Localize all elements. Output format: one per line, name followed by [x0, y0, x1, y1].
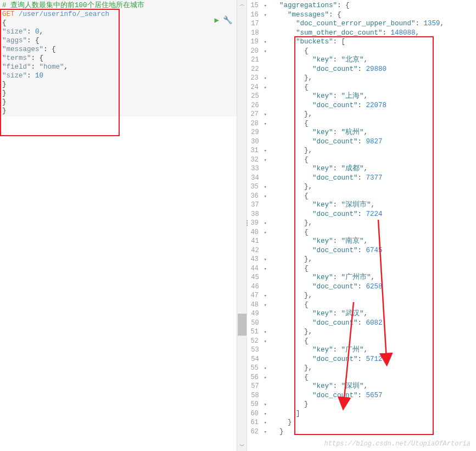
gutter-line: 60 ▾ [247, 409, 267, 419]
gutter-line: 52 ▾ [247, 337, 267, 346]
code-line: { [271, 83, 476, 92]
gutter-line: 18 [247, 29, 267, 38]
code-line: } [0, 98, 247, 107]
gutter-line: 19 ▾ [247, 37, 267, 47]
code-line: } [0, 107, 247, 115]
gutter-line: 38 [247, 210, 267, 219]
code-line: }, [271, 146, 476, 155]
code-line: { [271, 373, 476, 382]
code-line: "doc_count": 7377 [271, 174, 476, 183]
editor-container: # 查询人数最集中的前100个居住地所在城市 GET /user/userinf… [0, 0, 476, 451]
code-line: { [271, 264, 476, 274]
line-gutter: 15 ▾16 ▾17 18 19 ▾20 ▾21 22 23 ▾24 ▾25 2… [247, 0, 271, 451]
gutter-line: 17 [247, 19, 267, 29]
code-line: "doc_count": 22078 [271, 101, 476, 110]
code-line: "key": "杭州", [271, 128, 476, 137]
code-line: }, [271, 364, 476, 373]
code-line: "doc_count": 7224 [271, 210, 476, 219]
gutter-line: 62 ▾ [247, 427, 267, 437]
watermark: https://blog.csdn.net/UtopiaOfArtoria [324, 440, 471, 448]
code-line: }, [271, 110, 476, 119]
code-line: }, [271, 255, 476, 264]
http-method: GET [2, 10, 15, 18]
gutter-line: 21 [247, 55, 267, 65]
code-line: } [0, 89, 247, 98]
resize-handle[interactable]: ··· [245, 220, 249, 226]
code-line: "key": "上海", [271, 92, 476, 101]
code-line: "aggregations": { [271, 1, 476, 10]
code-line: { [271, 228, 476, 237]
code-line: ] [271, 409, 476, 419]
gutter-line: 50 [247, 319, 267, 328]
code-line: "key": "南京", [271, 237, 476, 246]
gutter-line: 51 ▾ [247, 327, 267, 337]
code-line: "terms": { [0, 54, 247, 63]
gutter-line: 24 ▾ [247, 83, 267, 92]
code-line: { [271, 155, 476, 165]
gutter-line: 32 ▾ [247, 155, 267, 165]
gutter-line: 15 ▾ [247, 1, 267, 10]
gutter-line: 23 ▾ [247, 74, 267, 83]
gutter-line: 41 [247, 237, 267, 246]
code-line: "messages": { [0, 45, 247, 54]
code-line: "doc_count": 6258 [271, 282, 476, 292]
gutter-line: 46 [247, 282, 267, 292]
gutter-line: 61 ▾ [247, 418, 267, 427]
gutter-line: 26 [247, 101, 267, 110]
code-line: } [271, 418, 476, 427]
gutter-line: 20 ▾ [247, 47, 267, 56]
gutter-line: 16 ▾ [247, 10, 267, 20]
code-line: }, [271, 291, 476, 300]
code-line: { [271, 300, 476, 310]
code-line: }, [271, 74, 476, 83]
code-line: } [0, 80, 247, 89]
code-line: { [271, 192, 476, 201]
wrench-icon[interactable]: 🔧 [223, 15, 232, 25]
code-line: "size": 10 [0, 71, 247, 80]
code-line: "doc_count": 5657 [271, 391, 476, 400]
code-line: "messages": { [271, 10, 476, 20]
run-icon[interactable]: ▶ [215, 15, 219, 25]
gutter-line: 35 ▾ [247, 182, 267, 192]
request-editor[interactable]: # 查询人数最集中的前100个居住地所在城市 GET /user/userinf… [0, 0, 247, 116]
gutter-line: 56 ▾ [247, 373, 267, 382]
code-line: "field": "home", [0, 63, 247, 71]
gutter-line: 42 [247, 246, 267, 255]
gutter-line: 40 ▾ [247, 228, 267, 237]
request-line: GET /user/userinfo/_search [0, 10, 247, 19]
comment-line: # 查询人数最集中的前100个居住地所在城市 [0, 1, 247, 10]
response-viewer[interactable]: "aggregations": { "messages": { "doc_cou… [271, 0, 476, 451]
code-line: } [271, 400, 476, 409]
gutter-line: 48 ▾ [247, 300, 267, 310]
code-line: } [271, 427, 476, 437]
code-line: "buckets": [ [271, 37, 476, 47]
gutter-line: 55 ▾ [247, 364, 267, 373]
gutter-line: 22 [247, 65, 267, 74]
code-line: }, [271, 327, 476, 337]
code-line: { [271, 337, 476, 346]
code-line: "doc_count": 9827 [271, 137, 476, 147]
gutter-line: 57 [247, 382, 267, 391]
code-line: "key": "武汉", [271, 309, 476, 319]
code-line: "key": "成都", [271, 164, 476, 174]
code-line: "doc_count": 5712 [271, 355, 476, 364]
left-pane: # 查询人数最集中的前100个居住地所在城市 GET /user/userinf… [0, 0, 247, 451]
code-line: "aggs": { [0, 36, 247, 45]
gutter-line: 45 [247, 273, 267, 282]
code-line: }, [271, 219, 476, 228]
code-line: "size": 0, [0, 27, 247, 36]
gutter-line: 39 ▾ [247, 219, 267, 228]
code-line: "key": "北京", [271, 55, 476, 65]
gutter-line: 25 [247, 92, 267, 101]
scroll-thumb[interactable] [238, 314, 247, 336]
gutter-line: 37 [247, 201, 267, 210]
gutter-line: 49 [247, 309, 267, 319]
scroll-down-icon[interactable]: ﹀ [237, 442, 247, 451]
scroll-up-icon[interactable]: ︿ [237, 0, 247, 9]
request-body[interactable]: { "size": 0, "aggs": { "messages": { "te… [0, 19, 247, 115]
gutter-line: 44 ▾ [247, 264, 267, 274]
code-line: "doc_count": 6082 [271, 319, 476, 328]
gutter-line: 53 [247, 346, 267, 355]
gutter-line: 36 ▾ [247, 192, 267, 201]
gutter-line: 30 [247, 137, 267, 147]
